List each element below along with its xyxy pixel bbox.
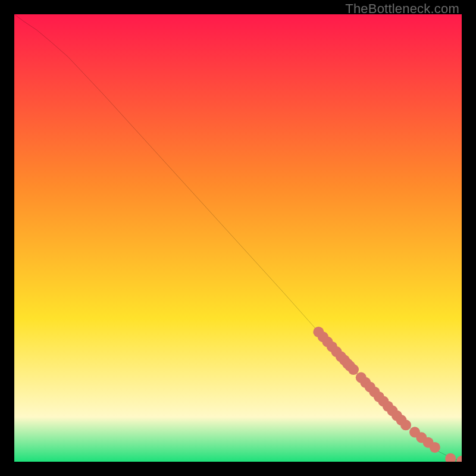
chart-svg xyxy=(14,14,462,462)
plot-area xyxy=(14,14,462,462)
gradient-background xyxy=(14,14,462,462)
data-point xyxy=(430,442,440,453)
chart-stage: TheBottleneck.com xyxy=(0,0,476,476)
watermark-text: TheBottleneck.com xyxy=(345,1,459,17)
data-point xyxy=(348,364,359,375)
data-point xyxy=(400,419,411,430)
